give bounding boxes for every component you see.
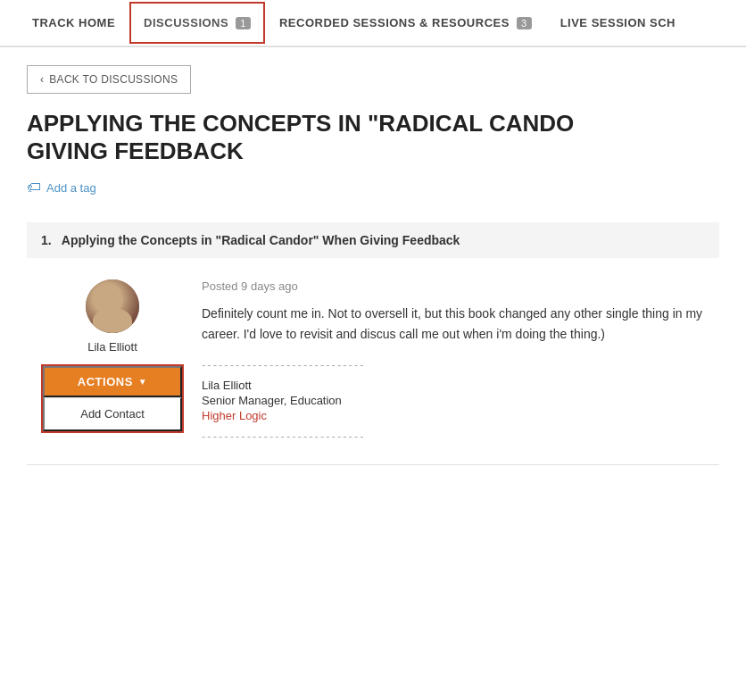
nav-live-session[interactable]: LIVE SESSION SCH: [546, 0, 690, 46]
add-contact-button[interactable]: Add Contact: [43, 397, 182, 431]
post-date: Posted 9 days ago: [202, 279, 705, 293]
discussion-title: Applying the Concepts in "Radical Candor…: [62, 233, 460, 247]
chevron-left-icon: ‹: [40, 73, 44, 86]
add-tag-label: Add a tag: [46, 181, 96, 195]
avatar-image: [86, 279, 139, 333]
signature-title: Senior Manager, Education: [202, 394, 705, 407]
post-container: Lila Elliott ACTIONS ▼ Add Contact Poste…: [27, 258, 719, 465]
discussion-number: 1.: [41, 233, 52, 247]
actions-dropdown-wrapper: ACTIONS ▼ Add Contact: [41, 364, 184, 433]
signature-company: Higher Logic: [202, 409, 705, 422]
nav-recorded-sessions[interactable]: RECORDED SESSIONS & RESOURCES 3: [265, 0, 546, 46]
actions-label: ACTIONS: [78, 375, 133, 388]
avatar: [86, 279, 139, 333]
back-to-discussions-button[interactable]: ‹ BACK TO DISCUSSIONS: [27, 65, 191, 94]
dropdown-arrow-icon: ▼: [138, 377, 147, 387]
main-content: ‹ BACK TO DISCUSSIONS APPLYING THE CONCE…: [0, 47, 746, 483]
back-button-label: BACK TO DISCUSSIONS: [49, 73, 178, 86]
discussion-section-header: 1. Applying the Concepts in "Radical Can…: [27, 222, 719, 258]
page-title: APPLYING THE CONCEPTS IN "RADICAL CANDO …: [27, 110, 719, 165]
author-name: Lila Elliott: [87, 340, 137, 354]
nav-discussions[interactable]: DISCUSSIONS 1: [129, 2, 265, 44]
signature-divider-top: -----------------------------: [202, 358, 705, 371]
nav-track-home[interactable]: TRACK HOME: [18, 0, 129, 46]
signature-name: Lila Elliott: [202, 379, 705, 392]
add-contact-label: Add Contact: [80, 407, 145, 421]
post-author-section: Lila Elliott ACTIONS ▼ Add Contact: [41, 279, 184, 443]
post-content-section: Posted 9 days ago Definitely count me in…: [202, 279, 705, 443]
tag-icon: 🏷: [27, 179, 41, 196]
signature-divider-bottom: -----------------------------: [202, 429, 705, 443]
recorded-badge: 3: [517, 17, 532, 29]
discussions-badge: 1: [236, 17, 251, 29]
actions-button[interactable]: ACTIONS ▼: [43, 366, 182, 397]
top-navigation: TRACK HOME DISCUSSIONS 1 RECORDED SESSIO…: [0, 0, 746, 47]
post-body: Definitely count me in. Not to oversell …: [202, 304, 705, 344]
add-tag-area[interactable]: 🏷 Add a tag: [27, 179, 719, 196]
